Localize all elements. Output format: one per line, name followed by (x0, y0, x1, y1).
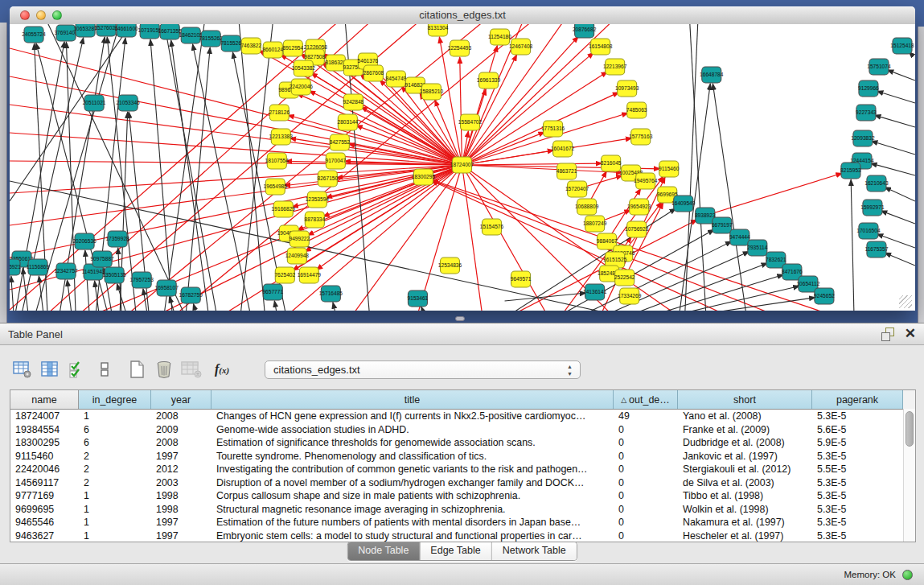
column-header-year[interactable]: year (151, 390, 211, 409)
graph-node[interactable]: 9649571 (511, 271, 532, 287)
graph-node[interactable]: 2803144 (338, 114, 359, 130)
graph-node[interactable]: 22420046 (290, 79, 314, 95)
function-builder-icon[interactable]: f(x) (208, 359, 236, 380)
column-header-name[interactable]: name (10, 390, 79, 409)
graph-node[interactable]: 12213967 (603, 59, 627, 75)
graph-node[interactable]: 8216045 (601, 155, 622, 171)
graph-node[interactable]: 7485063 (626, 102, 647, 118)
graph-node[interactable]: 21053346 (116, 95, 140, 111)
graph-node[interactable]: 20511021 (83, 95, 106, 111)
table-row[interactable]: 911546021997Tourette syndrome. Phenomeno… (10, 450, 915, 463)
table-scrollbar-thumb[interactable] (906, 411, 914, 447)
table-row[interactable]: 977716911998Corpus callosum shape and si… (10, 489, 915, 503)
graph-node[interactable]: 16782759 (179, 287, 203, 303)
graph-node[interactable]: 8131304 (428, 24, 449, 36)
graph-node[interactable]: 17957253 (129, 272, 154, 288)
select-all-icon[interactable] (67, 359, 88, 380)
graph-node[interactable]: 15775163 (629, 129, 653, 145)
graph-node[interactable]: 19654985 (264, 179, 288, 195)
graph-node[interactable]: 18724007 (450, 157, 474, 173)
float-panel-icon[interactable] (881, 327, 895, 341)
column-header-pagerank[interactable]: pagerank (812, 390, 903, 409)
table-settings-icon[interactable] (12, 359, 33, 380)
window-titlebar[interactable]: citations_edges.txt (10, 6, 915, 25)
graph-node[interactable]: 10688809 (575, 199, 599, 215)
table-row[interactable]: 946554611997Estimation of the future num… (10, 516, 915, 529)
graph-node[interactable]: 19166829 (272, 201, 296, 217)
tab-edge-table[interactable]: Edge Table (420, 542, 491, 560)
graph-node[interactable]: 15751074 (867, 59, 891, 75)
graph-node[interactable]: 2935114 (747, 240, 768, 256)
graph-node[interactable]: 8912954 (282, 40, 303, 56)
column-header-title[interactable]: title (211, 390, 614, 409)
graph-node[interactable]: 15154576 (480, 219, 504, 235)
split-pane-handle[interactable] (455, 316, 465, 321)
graph-node[interactable]: 12409948 (285, 248, 310, 264)
table-row[interactable]: 969969511998Structural magnetic resonanc… (10, 503, 915, 517)
graph-node[interactable]: 16154808 (589, 39, 613, 55)
select-columns-icon[interactable] (39, 359, 60, 380)
graph-node[interactable]: 16961339 (477, 72, 501, 89)
graph-node[interactable]: 17359928 (105, 231, 129, 247)
graph-node[interactable]: 16041672 (551, 141, 575, 157)
graph-node[interactable]: 10973493 (615, 80, 639, 97)
graph-node[interactable]: 10756928 (625, 221, 649, 237)
graph-node[interactable]: 12342757 (54, 263, 78, 279)
table-selector-dropdown[interactable]: citations_edges.txt ▲▼ (265, 360, 581, 379)
graph-node[interactable]: 15716485 (319, 286, 343, 302)
graph-node[interactable]: 16914479 (298, 267, 322, 283)
tab-network-table[interactable]: Network Table (492, 542, 577, 560)
graph-node[interactable]: 12254493 (448, 40, 472, 56)
graph-node[interactable]: 18300295 (412, 169, 436, 185)
graph-node[interactable]: 9474444 (729, 229, 750, 245)
graph-node[interactable]: 64661600 (114, 24, 138, 37)
graph-node[interactable]: 9242848 (343, 94, 364, 110)
graph-node[interactable]: 9170047 (326, 153, 347, 169)
rows-icon[interactable] (94, 359, 115, 380)
delete-icon[interactable] (154, 359, 175, 380)
graph-node[interactable]: 9227343 (856, 105, 877, 121)
graph-node[interactable]: 19654923 (627, 199, 651, 215)
graph-node[interactable]: 9115460 (659, 161, 680, 177)
new-file-icon[interactable] (126, 359, 147, 380)
graph-node[interactable]: 15992971 (860, 200, 885, 216)
column-header-out_de[interactable]: △out_de… (614, 390, 678, 409)
graph-node[interactable]: 17751316 (541, 121, 565, 137)
graph-node[interactable]: 12353594 (306, 192, 330, 208)
graph-node[interactable]: 16210643 (864, 175, 889, 192)
graph-node[interactable]: 3915921 (10, 259, 21, 275)
graph-node[interactable]: 9499222 (289, 231, 310, 247)
table-row[interactable]: 1938455462009Genome-wide association stu… (10, 423, 915, 437)
graph-node[interactable]: 16958107 (154, 280, 179, 296)
graph-node[interactable]: 90975887 (90, 251, 114, 267)
graph-node[interactable]: 8215953 (840, 163, 861, 179)
table-row[interactable]: 1830029562008Estimation of significance … (10, 436, 915, 450)
graph-node[interactable]: 8267150 (318, 171, 339, 187)
table-row[interactable]: 1872400712008Changes of HCN gene express… (10, 410, 915, 423)
network-canvas[interactable]: 2405572437691406106532871527602164661600… (10, 24, 915, 311)
graph-node[interactable]: 6679197 (712, 217, 733, 233)
citation-network-graph[interactable]: 2405572437691406106532871527602164661600… (10, 24, 915, 311)
graph-node[interactable]: 20206536 (72, 233, 97, 249)
graph-node[interactable]: 12534836 (438, 257, 462, 274)
graph-node[interactable]: 11254180 (488, 29, 511, 45)
table-row[interactable]: 946362711997Embryonic stem cells: a mode… (10, 529, 915, 543)
column-header-short[interactable]: short (678, 390, 812, 409)
graph-node[interactable]: 18107554 (265, 153, 290, 169)
column-header-in_degree[interactable]: in_degree (79, 390, 151, 409)
graph-node[interactable]: 2522542 (614, 270, 635, 286)
close-panel-icon[interactable]: ✕ (905, 327, 916, 341)
graph-node[interactable]: 12093832 (851, 130, 875, 146)
graph-node[interactable]: 11675357 (865, 241, 889, 257)
graph-node[interactable]: 12213383 (269, 129, 294, 145)
graph-node[interactable]: 2718126 (269, 105, 290, 121)
tab-node-table[interactable]: Node Table (347, 542, 420, 560)
graph-node[interactable]: 20876682 (573, 24, 597, 38)
window-resize-grip[interactable] (899, 295, 912, 308)
graph-node[interactable]: 17334269 (618, 288, 642, 304)
table-row[interactable]: 1456911722003Disruption of a novel membe… (10, 476, 915, 490)
graph-node[interactable]: 15720407 (565, 181, 589, 197)
graph-node[interactable]: 8454749 (386, 71, 407, 87)
graph-node[interactable]: 11156869 (27, 259, 50, 275)
graph-node[interactable]: 15584702 (458, 114, 483, 130)
